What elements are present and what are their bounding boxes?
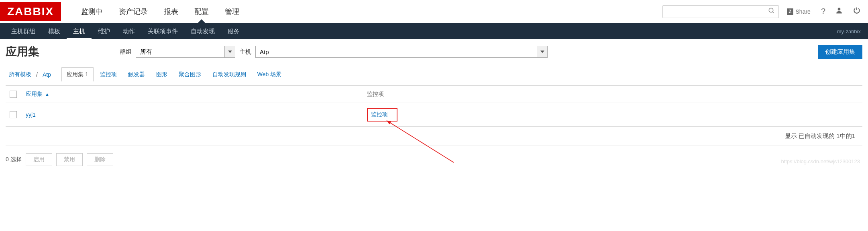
group-select-input[interactable] xyxy=(136,46,224,57)
share-button[interactable]: Z Share xyxy=(784,7,814,16)
breadcrumb-host[interactable]: Atp xyxy=(39,69,54,80)
header-name-label: 应用集 xyxy=(26,91,43,97)
page-title: 应用集 xyxy=(6,44,39,59)
host-filter-label: 主机 xyxy=(239,48,251,56)
tab-applications[interactable]: 应用集1 xyxy=(61,67,94,81)
sort-by-name[interactable]: 应用集 ▲ xyxy=(26,91,49,97)
help-icon[interactable]: ? xyxy=(819,4,828,18)
items-highlight: 监控项 xyxy=(367,108,397,122)
nav-inventory[interactable]: 资产记录 xyxy=(111,0,156,23)
bulk-enable-button[interactable]: 启用 xyxy=(26,153,52,166)
tab-items[interactable]: 监控项 xyxy=(95,68,122,81)
tab-graphs[interactable]: 图形 xyxy=(151,68,172,81)
svg-line-1 xyxy=(772,12,774,13)
row-checkbox[interactable] xyxy=(10,111,17,118)
header-items: 监控项 xyxy=(363,86,862,103)
share-label: Share xyxy=(796,8,811,15)
nav-admin[interactable]: 管理 xyxy=(217,0,247,23)
items-link[interactable]: 监控项 xyxy=(371,111,388,118)
search-icon[interactable] xyxy=(768,7,775,16)
tab-web-scenarios[interactable]: Web 场景 xyxy=(253,68,286,81)
user-icon[interactable] xyxy=(833,4,846,19)
host-select-input[interactable] xyxy=(256,46,537,57)
application-name-link[interactable]: yyj1 xyxy=(26,111,36,118)
table-row: yyj1 监控项 xyxy=(6,103,862,127)
group-select-dropdown-icon[interactable] xyxy=(224,46,235,57)
table-footer: 显示 已自动发现的 1中的1 xyxy=(6,127,862,146)
bulk-disable-button[interactable]: 禁用 xyxy=(56,153,83,166)
subnav-hostgroups[interactable]: 主机群组 xyxy=(5,24,42,39)
nav-configuration[interactable]: 配置 xyxy=(186,0,217,23)
subnav-actions[interactable]: 动作 xyxy=(116,24,141,39)
nav-reports[interactable]: 报表 xyxy=(156,0,186,23)
search-box xyxy=(662,5,779,18)
tab-screens[interactable]: 聚合图形 xyxy=(174,68,206,81)
breadcrumb-separator: / xyxy=(36,71,38,78)
sort-asc-icon: ▲ xyxy=(45,92,49,97)
subnav-maintenance[interactable]: 维护 xyxy=(92,24,116,39)
breadcrumb-all-templates[interactable]: 所有模板 xyxy=(6,69,35,81)
tab-count: 1 xyxy=(85,71,88,77)
host-select-dropdown-icon[interactable] xyxy=(537,46,547,57)
svg-point-2 xyxy=(838,8,841,10)
selected-count: 0 选择 xyxy=(6,156,22,163)
share-badge-icon: Z xyxy=(787,8,793,15)
logo[interactable]: ZABBIX xyxy=(0,2,61,21)
bulk-delete-button[interactable]: 删除 xyxy=(87,153,113,166)
subnav-services[interactable]: 服务 xyxy=(221,24,246,39)
nav-monitoring[interactable]: 监测中 xyxy=(73,0,111,23)
group-filter-label: 群组 xyxy=(120,48,132,56)
tab-discovery-rules[interactable]: 自动发现规则 xyxy=(208,68,251,81)
watermark: https://blog.csdn.net/wjs12300123 xyxy=(781,158,860,164)
subnav-templates[interactable]: 模板 xyxy=(42,24,67,39)
group-select xyxy=(136,46,235,58)
subnav-correlation[interactable]: 关联项事件 xyxy=(141,24,184,39)
power-icon[interactable] xyxy=(850,4,863,19)
tab-triggers[interactable]: 触发器 xyxy=(123,68,150,81)
search-input[interactable] xyxy=(666,8,768,15)
svg-point-0 xyxy=(769,8,773,12)
server-name: my-zabbix xyxy=(837,28,863,34)
subnav-hosts[interactable]: 主机 xyxy=(67,24,92,39)
create-application-button[interactable]: 创建应用集 xyxy=(818,45,862,59)
main-nav: 监测中 资产记录 报表 配置 管理 xyxy=(73,0,662,23)
select-all-checkbox[interactable] xyxy=(10,91,17,98)
applications-table: 应用集 ▲ 监控项 yyj1 监控项 xyxy=(6,85,862,127)
subnav-discovery[interactable]: 自动发现 xyxy=(184,24,221,39)
host-select xyxy=(255,46,548,58)
tab-label: 应用集 xyxy=(67,71,84,77)
